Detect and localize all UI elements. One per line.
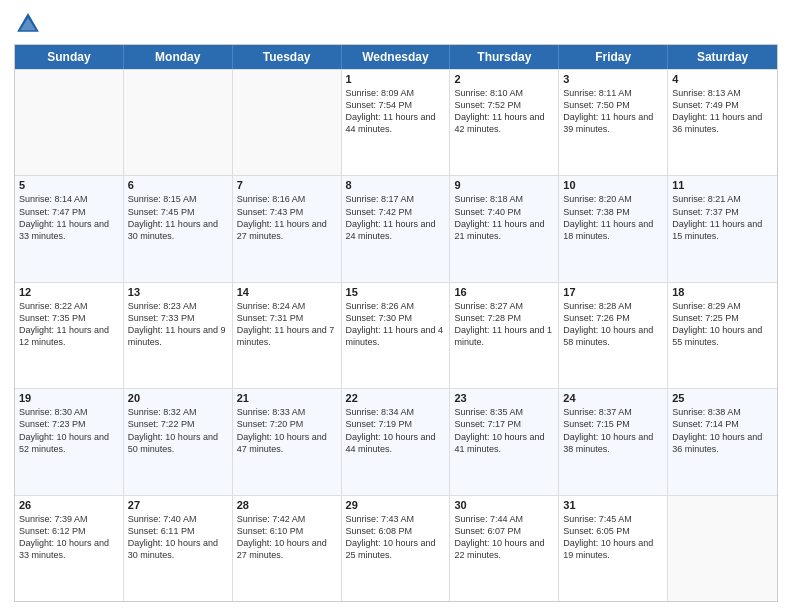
day-number: 24 (563, 392, 663, 404)
day-number: 11 (672, 179, 773, 191)
calendar-day: 13Sunrise: 8:23 AMSunset: 7:33 PMDayligh… (124, 283, 233, 388)
day-info: Sunrise: 7:44 AMSunset: 6:07 PMDaylight:… (454, 513, 554, 562)
calendar-day: 16Sunrise: 8:27 AMSunset: 7:28 PMDayligh… (450, 283, 559, 388)
calendar-day: 26Sunrise: 7:39 AMSunset: 6:12 PMDayligh… (15, 496, 124, 601)
day-number: 29 (346, 499, 446, 511)
calendar-day: 29Sunrise: 7:43 AMSunset: 6:08 PMDayligh… (342, 496, 451, 601)
day-number: 5 (19, 179, 119, 191)
calendar-day: 6Sunrise: 8:15 AMSunset: 7:45 PMDaylight… (124, 176, 233, 281)
day-info: Sunrise: 8:23 AMSunset: 7:33 PMDaylight:… (128, 300, 228, 349)
calendar-day: 18Sunrise: 8:29 AMSunset: 7:25 PMDayligh… (668, 283, 777, 388)
day-number: 3 (563, 73, 663, 85)
calendar-day: 2Sunrise: 8:10 AMSunset: 7:52 PMDaylight… (450, 70, 559, 175)
day-number: 9 (454, 179, 554, 191)
day-number: 25 (672, 392, 773, 404)
logo-icon (14, 10, 42, 38)
empty-cell (15, 70, 124, 175)
day-number: 4 (672, 73, 773, 85)
day-number: 13 (128, 286, 228, 298)
day-info: Sunrise: 8:14 AMSunset: 7:47 PMDaylight:… (19, 193, 119, 242)
day-info: Sunrise: 7:43 AMSunset: 6:08 PMDaylight:… (346, 513, 446, 562)
calendar-day: 22Sunrise: 8:34 AMSunset: 7:19 PMDayligh… (342, 389, 451, 494)
day-info: Sunrise: 8:11 AMSunset: 7:50 PMDaylight:… (563, 87, 663, 136)
calendar-header: SundayMondayTuesdayWednesdayThursdayFrid… (15, 45, 777, 69)
day-info: Sunrise: 8:21 AMSunset: 7:37 PMDaylight:… (672, 193, 773, 242)
day-number: 12 (19, 286, 119, 298)
calendar-week: 1Sunrise: 8:09 AMSunset: 7:54 PMDaylight… (15, 69, 777, 175)
weekday-header: Sunday (15, 45, 124, 69)
day-number: 27 (128, 499, 228, 511)
day-number: 21 (237, 392, 337, 404)
day-number: 6 (128, 179, 228, 191)
calendar-day: 7Sunrise: 8:16 AMSunset: 7:43 PMDaylight… (233, 176, 342, 281)
empty-cell (668, 496, 777, 601)
day-number: 17 (563, 286, 663, 298)
weekday-header: Friday (559, 45, 668, 69)
calendar-body: 1Sunrise: 8:09 AMSunset: 7:54 PMDaylight… (15, 69, 777, 601)
calendar-week: 12Sunrise: 8:22 AMSunset: 7:35 PMDayligh… (15, 282, 777, 388)
day-info: Sunrise: 8:35 AMSunset: 7:17 PMDaylight:… (454, 406, 554, 455)
day-info: Sunrise: 7:42 AMSunset: 6:10 PMDaylight:… (237, 513, 337, 562)
calendar-day: 20Sunrise: 8:32 AMSunset: 7:22 PMDayligh… (124, 389, 233, 494)
calendar: SundayMondayTuesdayWednesdayThursdayFrid… (14, 44, 778, 602)
calendar-day: 10Sunrise: 8:20 AMSunset: 7:38 PMDayligh… (559, 176, 668, 281)
day-info: Sunrise: 8:16 AMSunset: 7:43 PMDaylight:… (237, 193, 337, 242)
day-info: Sunrise: 7:45 AMSunset: 6:05 PMDaylight:… (563, 513, 663, 562)
day-info: Sunrise: 8:15 AMSunset: 7:45 PMDaylight:… (128, 193, 228, 242)
day-info: Sunrise: 7:39 AMSunset: 6:12 PMDaylight:… (19, 513, 119, 562)
day-info: Sunrise: 8:29 AMSunset: 7:25 PMDaylight:… (672, 300, 773, 349)
calendar-week: 26Sunrise: 7:39 AMSunset: 6:12 PMDayligh… (15, 495, 777, 601)
day-number: 31 (563, 499, 663, 511)
calendar-day: 30Sunrise: 7:44 AMSunset: 6:07 PMDayligh… (450, 496, 559, 601)
day-number: 16 (454, 286, 554, 298)
day-info: Sunrise: 8:37 AMSunset: 7:15 PMDaylight:… (563, 406, 663, 455)
day-number: 28 (237, 499, 337, 511)
calendar-day: 5Sunrise: 8:14 AMSunset: 7:47 PMDaylight… (15, 176, 124, 281)
calendar-day: 1Sunrise: 8:09 AMSunset: 7:54 PMDaylight… (342, 70, 451, 175)
page: SundayMondayTuesdayWednesdayThursdayFrid… (0, 0, 792, 612)
calendar-day: 9Sunrise: 8:18 AMSunset: 7:40 PMDaylight… (450, 176, 559, 281)
calendar-week: 19Sunrise: 8:30 AMSunset: 7:23 PMDayligh… (15, 388, 777, 494)
calendar-day: 21Sunrise: 8:33 AMSunset: 7:20 PMDayligh… (233, 389, 342, 494)
day-info: Sunrise: 8:17 AMSunset: 7:42 PMDaylight:… (346, 193, 446, 242)
empty-cell (124, 70, 233, 175)
day-number: 22 (346, 392, 446, 404)
day-number: 2 (454, 73, 554, 85)
weekday-header: Monday (124, 45, 233, 69)
calendar-day: 17Sunrise: 8:28 AMSunset: 7:26 PMDayligh… (559, 283, 668, 388)
day-info: Sunrise: 8:10 AMSunset: 7:52 PMDaylight:… (454, 87, 554, 136)
calendar-day: 27Sunrise: 7:40 AMSunset: 6:11 PMDayligh… (124, 496, 233, 601)
day-info: Sunrise: 8:26 AMSunset: 7:30 PMDaylight:… (346, 300, 446, 349)
day-info: Sunrise: 8:24 AMSunset: 7:31 PMDaylight:… (237, 300, 337, 349)
weekday-header: Saturday (668, 45, 777, 69)
day-number: 14 (237, 286, 337, 298)
calendar-day: 14Sunrise: 8:24 AMSunset: 7:31 PMDayligh… (233, 283, 342, 388)
day-number: 19 (19, 392, 119, 404)
day-info: Sunrise: 8:18 AMSunset: 7:40 PMDaylight:… (454, 193, 554, 242)
day-info: Sunrise: 8:20 AMSunset: 7:38 PMDaylight:… (563, 193, 663, 242)
day-info: Sunrise: 8:27 AMSunset: 7:28 PMDaylight:… (454, 300, 554, 349)
logo (14, 10, 46, 38)
weekday-header: Wednesday (342, 45, 451, 69)
calendar-day: 23Sunrise: 8:35 AMSunset: 7:17 PMDayligh… (450, 389, 559, 494)
day-number: 10 (563, 179, 663, 191)
calendar-day: 4Sunrise: 8:13 AMSunset: 7:49 PMDaylight… (668, 70, 777, 175)
day-number: 18 (672, 286, 773, 298)
empty-cell (233, 70, 342, 175)
calendar-day: 11Sunrise: 8:21 AMSunset: 7:37 PMDayligh… (668, 176, 777, 281)
day-info: Sunrise: 8:22 AMSunset: 7:35 PMDaylight:… (19, 300, 119, 349)
day-number: 1 (346, 73, 446, 85)
day-info: Sunrise: 8:34 AMSunset: 7:19 PMDaylight:… (346, 406, 446, 455)
day-info: Sunrise: 8:38 AMSunset: 7:14 PMDaylight:… (672, 406, 773, 455)
day-number: 15 (346, 286, 446, 298)
day-number: 8 (346, 179, 446, 191)
calendar-day: 8Sunrise: 8:17 AMSunset: 7:42 PMDaylight… (342, 176, 451, 281)
calendar-day: 28Sunrise: 7:42 AMSunset: 6:10 PMDayligh… (233, 496, 342, 601)
day-number: 26 (19, 499, 119, 511)
day-info: Sunrise: 8:13 AMSunset: 7:49 PMDaylight:… (672, 87, 773, 136)
calendar-day: 24Sunrise: 8:37 AMSunset: 7:15 PMDayligh… (559, 389, 668, 494)
day-number: 20 (128, 392, 228, 404)
day-info: Sunrise: 7:40 AMSunset: 6:11 PMDaylight:… (128, 513, 228, 562)
calendar-day: 25Sunrise: 8:38 AMSunset: 7:14 PMDayligh… (668, 389, 777, 494)
calendar-day: 15Sunrise: 8:26 AMSunset: 7:30 PMDayligh… (342, 283, 451, 388)
